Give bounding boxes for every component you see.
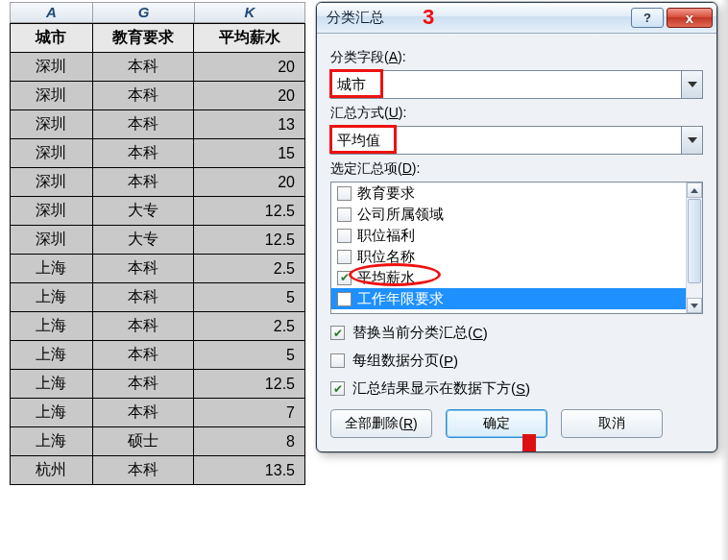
- replace-current-checkbox[interactable]: ✔ 替换当前分类汇总(C): [330, 324, 703, 342]
- cell-city[interactable]: 深圳: [11, 53, 93, 82]
- cell-edu[interactable]: 大专: [92, 197, 194, 226]
- table-row[interactable]: 深圳大专12.5: [11, 197, 305, 226]
- below-data-checkbox[interactable]: ✔ 汇总结果显示在数据下方(S): [330, 379, 703, 398]
- scroll-down-icon[interactable]: [687, 298, 702, 313]
- listbox-scrollbar[interactable]: [686, 183, 702, 313]
- summary-mode-value: 平均值: [337, 132, 380, 150]
- cell-salary[interactable]: 8: [194, 427, 305, 456]
- cell-edu[interactable]: 本科: [92, 456, 194, 485]
- table-row[interactable]: 上海本科2.5: [11, 255, 305, 283]
- cell-city[interactable]: 深圳: [11, 139, 93, 168]
- cell-city[interactable]: 上海: [11, 427, 93, 456]
- chevron-down-icon[interactable]: [681, 127, 702, 154]
- data-table: 城市 教育要求 平均薪水 深圳本科20深圳本科20深圳本科13深圳本科15深圳本…: [10, 23, 305, 485]
- cell-edu[interactable]: 本科: [92, 53, 194, 82]
- group-field-dropdown[interactable]: 城市: [330, 70, 703, 99]
- cell-edu[interactable]: 本科: [92, 139, 194, 168]
- checkbox-icon[interactable]: [337, 229, 352, 243]
- summary-items-listbox[interactable]: 教育要求公司所属领域职位福利职位名称✔平均薪水工作年限要求: [330, 182, 703, 314]
- cell-salary[interactable]: 13: [194, 110, 305, 139]
- cell-city[interactable]: 深圳: [11, 110, 93, 139]
- cell-salary[interactable]: 2.5: [194, 312, 305, 341]
- header-edu[interactable]: 教育要求: [92, 24, 194, 53]
- table-row[interactable]: 深圳本科13: [11, 110, 305, 139]
- cell-city[interactable]: 上海: [11, 283, 93, 312]
- cell-salary[interactable]: 20: [194, 168, 305, 197]
- cell-edu[interactable]: 本科: [92, 82, 194, 110]
- table-row[interactable]: 上海本科5: [11, 283, 305, 312]
- checkbox-icon[interactable]: [337, 250, 352, 264]
- col-letter-a[interactable]: A: [10, 2, 92, 23]
- cell-city[interactable]: 上海: [11, 399, 93, 427]
- checkbox-icon[interactable]: [337, 207, 352, 222]
- list-item[interactable]: 职位福利: [331, 225, 702, 246]
- cell-edu[interactable]: 大专: [92, 226, 194, 255]
- table-row[interactable]: 上海本科2.5: [11, 312, 305, 341]
- list-item[interactable]: 教育要求: [331, 183, 702, 204]
- cell-edu[interactable]: 本科: [92, 168, 194, 197]
- cell-city[interactable]: 深圳: [11, 168, 93, 197]
- cell-salary[interactable]: 2.5: [194, 255, 305, 283]
- close-icon: x: [686, 10, 693, 26]
- cell-salary[interactable]: 12.5: [194, 370, 305, 399]
- cell-salary[interactable]: 5: [194, 341, 305, 370]
- cell-salary[interactable]: 15: [194, 139, 305, 168]
- cell-salary[interactable]: 12.5: [194, 197, 305, 226]
- cell-salary[interactable]: 5: [194, 283, 305, 312]
- remove-all-button[interactable]: 全部删除(R): [330, 409, 432, 438]
- cell-salary[interactable]: 7: [194, 399, 305, 427]
- cell-salary[interactable]: 13.5: [194, 456, 305, 485]
- table-row[interactable]: 深圳本科15: [11, 139, 305, 168]
- table-row[interactable]: 深圳本科20: [11, 53, 305, 82]
- table-row[interactable]: 深圳大专12.5: [11, 226, 305, 255]
- table-row[interactable]: 上海硕士8: [11, 427, 305, 456]
- col-letter-k[interactable]: K: [194, 2, 305, 23]
- cell-city[interactable]: 上海: [11, 312, 93, 341]
- cell-salary[interactable]: 20: [194, 53, 305, 82]
- table-row[interactable]: 杭州本科13.5: [11, 456, 305, 485]
- dialog-titlebar[interactable]: 分类汇总 3 ? x: [317, 3, 716, 34]
- table-row[interactable]: 深圳本科20: [11, 168, 305, 197]
- cell-edu[interactable]: 本科: [92, 399, 194, 427]
- close-button[interactable]: x: [667, 8, 713, 28]
- cell-city[interactable]: 深圳: [11, 226, 93, 255]
- checkbox-icon[interactable]: [337, 292, 352, 306]
- checkbox-icon[interactable]: ✔: [337, 271, 352, 285]
- cancel-button[interactable]: 取消: [561, 409, 663, 438]
- header-city[interactable]: 城市: [11, 24, 93, 53]
- ok-button[interactable]: 确定: [446, 409, 547, 438]
- list-item[interactable]: 职位名称: [331, 246, 702, 267]
- column-letter-row: A G K: [10, 2, 317, 23]
- list-item[interactable]: 公司所属领域: [331, 204, 702, 225]
- table-row[interactable]: 上海本科5: [11, 341, 305, 370]
- cell-city[interactable]: 上海: [11, 341, 93, 370]
- table-row[interactable]: 上海本科7: [11, 399, 305, 427]
- summary-mode-dropdown[interactable]: 平均值: [330, 126, 703, 155]
- scroll-up-icon[interactable]: [687, 183, 702, 198]
- cell-city[interactable]: 深圳: [11, 82, 93, 110]
- cell-edu[interactable]: 本科: [92, 255, 194, 283]
- cell-city[interactable]: 杭州: [11, 456, 93, 485]
- cell-edu[interactable]: 本科: [92, 341, 194, 370]
- table-row[interactable]: 深圳本科20: [11, 82, 305, 110]
- cell-edu[interactable]: 本科: [92, 283, 194, 312]
- checkbox-icon[interactable]: [337, 186, 352, 201]
- header-salary[interactable]: 平均薪水: [194, 24, 305, 53]
- chevron-down-icon[interactable]: [681, 71, 702, 98]
- table-row[interactable]: 上海本科12.5: [11, 370, 305, 399]
- help-button[interactable]: ?: [631, 8, 664, 28]
- cell-city[interactable]: 上海: [11, 370, 93, 399]
- list-item[interactable]: 工作年限要求: [331, 288, 702, 309]
- cell-edu[interactable]: 本科: [92, 110, 194, 139]
- list-item[interactable]: ✔平均薪水: [331, 267, 702, 288]
- pagebreak-checkbox[interactable]: 每组数据分页(P): [330, 352, 703, 370]
- col-letter-g[interactable]: G: [92, 2, 194, 23]
- cell-salary[interactable]: 20: [194, 82, 305, 110]
- cell-edu[interactable]: 硕士: [92, 427, 194, 456]
- cell-edu[interactable]: 本科: [92, 370, 194, 399]
- cell-city[interactable]: 上海: [11, 255, 93, 283]
- cell-salary[interactable]: 12.5: [194, 226, 305, 255]
- cell-edu[interactable]: 本科: [92, 312, 194, 341]
- scroll-thumb[interactable]: [688, 199, 701, 283]
- cell-city[interactable]: 深圳: [11, 197, 93, 226]
